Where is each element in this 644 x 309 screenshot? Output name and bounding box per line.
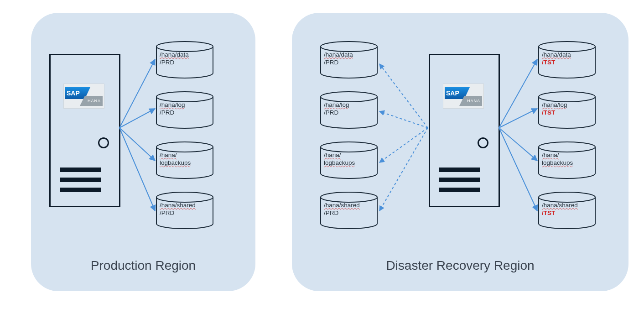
svg-point-7 <box>156 192 213 202</box>
cyl-label: /hana/shared /PRD <box>324 202 374 217</box>
svg-point-20 <box>539 42 595 52</box>
cyl-label: /hana/data /PRD <box>160 51 210 67</box>
diagram-stage: Production Region SAP HANA <box>0 0 644 309</box>
prod-cyl-shared: /hana/shared /PRD <box>155 192 214 231</box>
cyl-label: /hana/shared /TST <box>542 202 592 217</box>
cyl-label: /hana/shared /PRD <box>160 202 210 217</box>
production-region-title: Production Region <box>31 258 255 273</box>
cyl-label: /hana/ logbackups <box>324 152 374 167</box>
svg-point-4 <box>156 42 213 52</box>
cyl-label: /hana/log /PRD <box>324 101 374 117</box>
dr-server: SAP HANA <box>429 54 500 207</box>
svg-point-10 <box>321 142 377 152</box>
sap-hana-logo-icon: SAP HANA <box>443 84 484 109</box>
dr-cyl-logbackups-tst: /hana/ logbackups <box>537 141 597 181</box>
prod-cyl-logbackups: /hana/ logbackups <box>155 141 214 181</box>
cyl-label: /hana/ logbackups <box>542 152 592 167</box>
dr-region-title: Disaster Recovery Region <box>292 258 628 273</box>
svg-point-6 <box>156 142 213 152</box>
prod-cyl-hana-log: /hana/log /PRD <box>155 91 214 131</box>
dr-cyl-hana-log-prd: /hana/log /PRD <box>319 91 379 131</box>
server-slots-icon <box>60 162 101 192</box>
svg-point-8 <box>321 42 377 52</box>
cyl-label: /hana/log /PRD <box>160 101 210 117</box>
server-handle-icon <box>478 137 488 148</box>
dr-cyl-shared-tst: /hana/shared /TST <box>537 192 597 231</box>
svg-point-22 <box>539 142 595 152</box>
dr-cyl-shared-prd: /hana/shared /PRD <box>319 192 379 231</box>
dr-cyl-logbackups-prd: /hana/ logbackups <box>319 141 379 181</box>
sap-hana-logo-icon: SAP HANA <box>63 84 104 109</box>
svg-point-21 <box>539 92 595 102</box>
svg-point-9 <box>321 92 377 102</box>
svg-point-23 <box>539 192 595 202</box>
prod-server: SAP HANA <box>49 54 120 207</box>
cyl-label: /hana/ logbackups <box>160 152 210 167</box>
prod-cyl-hana-data: /hana/data /PRD <box>155 41 214 80</box>
cyl-label: /hana/data /TST <box>542 51 592 67</box>
svg-point-11 <box>321 192 377 202</box>
dr-cyl-hana-log-tst: /hana/log /TST <box>537 91 597 131</box>
cyl-label: /hana/log /TST <box>542 101 592 117</box>
cyl-label: /hana/data /PRD <box>324 51 374 67</box>
svg-point-5 <box>156 92 213 102</box>
dr-cyl-hana-data-tst: /hana/data /TST <box>537 41 597 80</box>
dr-cyl-hana-data-prd: /hana/data /PRD <box>319 41 379 80</box>
server-slots-icon <box>439 162 480 192</box>
server-handle-icon <box>98 137 109 148</box>
